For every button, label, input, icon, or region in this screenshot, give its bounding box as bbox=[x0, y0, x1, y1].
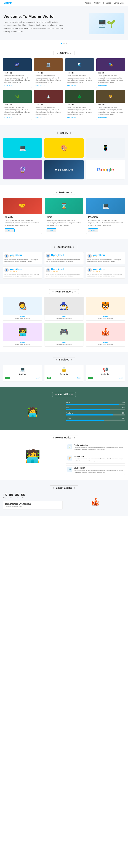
nav-links: ArticlesGalleryFeaturesLorem Links bbox=[85, 2, 124, 4]
skills-content: 🧑‍💻 HTML 90% CSS 75% JavaScript 80% Pyth… bbox=[3, 400, 125, 425]
article-title: Test Title bbox=[98, 104, 124, 106]
feature-more-button[interactable]: More bbox=[46, 228, 56, 232]
article-text: Lorem ipsum dolor sit amet consectetur a… bbox=[36, 74, 61, 84]
hero-image-block: 🖥️🌱 bbox=[64, 13, 124, 34]
article-title: Test Title bbox=[67, 72, 92, 74]
read-more-link[interactable]: Read More › bbox=[67, 85, 92, 86]
how-step: 🏗️ Architecture Lorem ipsum dolor sit am… bbox=[66, 454, 125, 463]
counter-label: Hrs bbox=[9, 497, 13, 499]
skill-value: 75% bbox=[122, 407, 125, 409]
gallery-item[interactable]: 🔮 bbox=[3, 160, 42, 180]
gallery-icon: 💻 bbox=[19, 145, 26, 151]
read-more-link[interactable]: Read More › bbox=[4, 117, 30, 118]
service-icon: 📢 bbox=[88, 367, 123, 372]
team-role: Simple Role Description bbox=[87, 318, 124, 319]
service-ok-badge: 05 bbox=[46, 377, 51, 379]
skill-name: HTML bbox=[66, 402, 70, 404]
service-card: 📢 Marketing 06 Learn bbox=[86, 365, 125, 381]
team-section: ◆ Team Members ◆ 🧑‍🎨 Name Simple Role De… bbox=[0, 284, 128, 352]
gallery-item[interactable]: Google bbox=[86, 160, 125, 180]
testimonial-text: Lorem ipsum dolor sit amet consectetur a… bbox=[88, 259, 124, 262]
gallery-item[interactable]: 🎨 bbox=[44, 138, 84, 158]
article-card: 🏔️ Test Title Lorem ipsum dolor sit amet… bbox=[34, 90, 63, 120]
testimonial-info: Mounir Ahmed ★★★★★ bbox=[51, 254, 64, 258]
read-more-link[interactable]: Read More › bbox=[98, 117, 124, 118]
how-step-title: Business Analysis bbox=[74, 444, 124, 446]
feature-more-button[interactable]: More bbox=[88, 228, 98, 232]
counter-label: Min bbox=[15, 497, 19, 499]
read-more-link[interactable]: Read More › bbox=[98, 85, 124, 86]
team-section-title: ◆ Team Members ◆ bbox=[49, 289, 79, 294]
testimonial-avatar: 👤 bbox=[4, 268, 9, 272]
feature-text: Lorem ipsum dolor sit amet, consectetur … bbox=[46, 219, 82, 227]
nav-logo[interactable]: Mounir bbox=[4, 1, 12, 4]
hero-text-block: Welcome, To Mounir World Lorem ipsum dol… bbox=[4, 14, 64, 33]
team-body: Name Simple Role Description bbox=[86, 341, 125, 346]
feature-body: Time Lorem ipsum dolor sit amet, consect… bbox=[45, 214, 84, 234]
counter-number: 55 bbox=[21, 493, 25, 497]
team-card: 🎪 Name Simple Role Description bbox=[86, 323, 125, 347]
skill-bar-background bbox=[66, 404, 125, 405]
gallery-item[interactable]: WEB DESIGN bbox=[44, 160, 84, 180]
read-more-link[interactable]: Read More › bbox=[4, 85, 30, 86]
team-image: 🎮 bbox=[44, 323, 84, 341]
nav-link[interactable]: Lorem Links bbox=[114, 2, 124, 4]
team-card: 🐯 Name Simple Role Description bbox=[86, 297, 125, 320]
articles-grid: 🌌 Test Title Lorem ipsum dolor sit amet … bbox=[3, 58, 125, 120]
service-learn-link[interactable]: Learn bbox=[119, 377, 123, 379]
feature-more-button[interactable]: More bbox=[5, 228, 14, 232]
service-ok-badge: 01 bbox=[5, 377, 10, 379]
team-role: Simple Role Description bbox=[45, 344, 82, 345]
features-grid: 🤝 Quality Lorem ipsum dolor sit amet, co… bbox=[3, 197, 125, 234]
feature-image: 💻 bbox=[86, 198, 125, 214]
events-left: 15 Days 08 Hrs 45 Min 55 Sec Tech Master… bbox=[3, 493, 63, 509]
feature-title: Time bbox=[46, 216, 82, 218]
testimonial-stars: ★★★★★ bbox=[51, 270, 64, 272]
article-body: Test Title Lorem ipsum dolor sit amet co… bbox=[65, 71, 94, 88]
service-footer: 01 Learn bbox=[5, 377, 40, 379]
testimonial-header: 👤 Mounir Ahmed ★★★★★ bbox=[4, 254, 40, 258]
article-text: Lorem ipsum dolor sit amet consectetur a… bbox=[36, 106, 61, 115]
read-more-link[interactable]: Read More › bbox=[67, 117, 92, 118]
article-text: Lorem ipsum dolor sit amet consectetur a… bbox=[4, 74, 30, 84]
skill-bar-fill bbox=[66, 409, 110, 410]
feature-icon: 💻 bbox=[102, 203, 109, 209]
how-step: ⚙️ Development Lorem ipsum dolor sit ame… bbox=[66, 465, 125, 475]
testimonial-header: 👤 Mounir Ahmed ★★★★★ bbox=[46, 254, 82, 258]
testimonial-name: Mounir Ahmed bbox=[51, 254, 64, 256]
team-name: Name bbox=[4, 342, 41, 344]
nav-link[interactable]: Features bbox=[103, 2, 111, 4]
nav-link[interactable]: Gallery bbox=[94, 2, 100, 4]
testimonial-card: 👤 Mounir Ahmed ★★★★★ Lorem ipsum dolor s… bbox=[86, 252, 125, 264]
read-more-link[interactable]: Read More › bbox=[36, 85, 61, 86]
event-card: Tech Masters Events 2021 Lorem ipsum dol… bbox=[3, 501, 63, 509]
service-learn-link[interactable]: Learn bbox=[77, 377, 82, 379]
testimonials-grid: 👤 Mounir Ahmed ★★★★★ Lorem ipsum dolor s… bbox=[3, 252, 125, 279]
feature-body: Quality Lorem ipsum dolor sit amet, cons… bbox=[3, 214, 42, 234]
testimonial-info: Mounir Ahmed ★★★★★ bbox=[10, 254, 22, 258]
service-learn-link[interactable]: Learn bbox=[36, 377, 40, 379]
team-name: Name bbox=[87, 342, 124, 344]
article-card: 🎭 Test Title Lorem ipsum dolor sit amet … bbox=[96, 58, 125, 88]
skill-label: JavaScript 80% bbox=[66, 412, 125, 414]
skill-bar-fill bbox=[66, 420, 104, 421]
testimonial-avatar: 👤 bbox=[46, 268, 50, 272]
testimonial-avatar: 👤 bbox=[4, 254, 9, 258]
article-text: Lorem ipsum dolor sit amet consectetur a… bbox=[4, 106, 30, 115]
article-text: Lorem ipsum dolor sit amet consectetur a… bbox=[98, 74, 124, 84]
testimonial-info: Mounir Ahmed ★★★★★ bbox=[93, 268, 105, 272]
testimonial-card: 👤 Mounir Ahmed ★★★★★ Lorem ipsum dolor s… bbox=[44, 267, 84, 279]
nav-link[interactable]: Articles bbox=[85, 2, 91, 4]
feature-icon: 🤝 bbox=[19, 203, 26, 209]
gallery-icon: 📱 bbox=[102, 145, 109, 151]
read-more-link[interactable]: Read More › bbox=[36, 117, 61, 118]
gallery-item[interactable]: 💻 bbox=[3, 138, 42, 158]
team-body: Name Simple Role Description bbox=[44, 315, 84, 320]
gallery-item[interactable]: 📱 bbox=[86, 138, 125, 158]
team-image: 🎪 bbox=[86, 323, 125, 341]
service-name: Coding bbox=[5, 373, 40, 375]
counter-label: Sec bbox=[21, 497, 25, 499]
testimonial-header: 👤 Mounir Ahmed ★★★★★ bbox=[88, 268, 124, 272]
skill-bar-background bbox=[66, 409, 125, 410]
article-card: 🌊 Test Title Lorem ipsum dolor sit amet … bbox=[65, 58, 94, 88]
